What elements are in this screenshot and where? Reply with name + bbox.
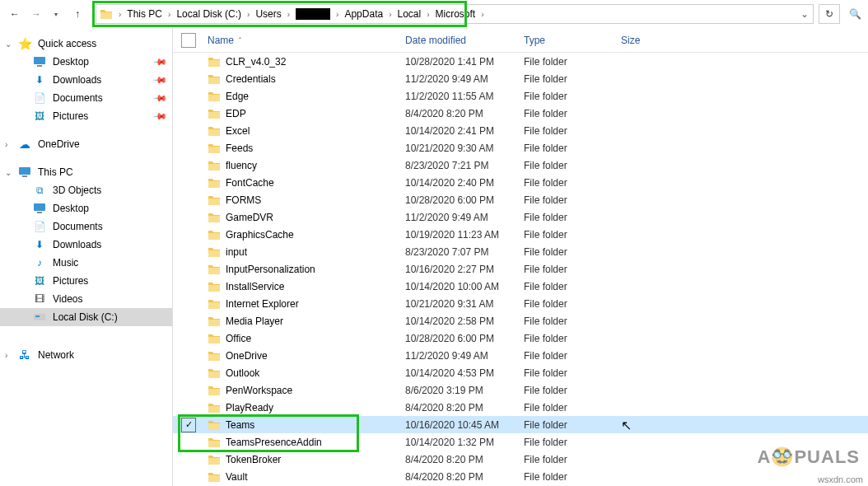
row-checkbox[interactable] xyxy=(181,89,196,104)
sidebar-item[interactable]: ⬇Downloads📌 xyxy=(0,71,172,89)
crumb-this-pc[interactable]: This PC xyxy=(124,5,166,23)
table-row[interactable]: FontCache10/14/2020 2:40 PMFile folder xyxy=(173,174,868,191)
header-name[interactable]: Name ˆ xyxy=(208,35,405,46)
table-row[interactable]: input8/23/2020 7:07 PMFile folder xyxy=(173,243,868,260)
row-checkbox[interactable]: ✓ xyxy=(181,418,196,432)
row-checkbox[interactable] xyxy=(181,383,196,398)
row-checkbox[interactable] xyxy=(181,210,196,225)
history-dropdown[interactable]: ▾ xyxy=(46,4,66,24)
table-row[interactable]: PlayReady8/4/2020 8:20 PMFile folder xyxy=(173,399,868,416)
file-type: File folder xyxy=(524,91,621,102)
crumb-users[interactable]: Users xyxy=(252,5,284,23)
row-checkbox[interactable] xyxy=(181,348,196,363)
header-type[interactable]: Type xyxy=(524,35,621,46)
sidebar-item[interactable]: 🖼Pictures xyxy=(0,272,172,290)
row-checkbox[interactable] xyxy=(181,54,196,69)
crumb-local-disk[interactable]: Local Disk (C:) xyxy=(173,5,245,23)
row-checkbox[interactable] xyxy=(181,124,196,138)
sidebar-item[interactable]: Desktop xyxy=(0,199,172,217)
table-row[interactable]: GraphicsCache10/19/2020 11:23 AMFile fol… xyxy=(173,226,868,243)
row-checkbox[interactable] xyxy=(181,158,196,173)
sidebar-quick-access[interactable]: ⌄ ⭐ Quick access xyxy=(0,35,172,53)
table-row[interactable]: FORMS10/28/2020 6:00 PMFile folder xyxy=(173,191,868,208)
back-button[interactable]: ← xyxy=(5,4,25,24)
table-row[interactable]: ✓Teams10/16/2020 10:45 AMFile folder xyxy=(173,416,868,433)
table-row[interactable]: Media Player10/14/2020 2:58 PMFile folde… xyxy=(173,312,868,329)
select-all-checkbox[interactable] xyxy=(181,33,196,48)
sidebar-item[interactable]: 🖼Pictures📌 xyxy=(0,107,172,125)
table-row[interactable]: InstallService10/14/2020 10:00 AMFile fo… xyxy=(173,278,868,295)
sidebar-item[interactable]: ⧉3D Objects xyxy=(0,181,172,199)
file-name: PenWorkspace xyxy=(226,385,292,396)
folder-icon xyxy=(208,160,221,171)
forward-button[interactable]: → xyxy=(26,4,46,24)
row-checkbox[interactable] xyxy=(181,400,196,415)
table-row[interactable]: Credentials11/2/2020 9:49 AMFile folder xyxy=(173,70,868,87)
table-row[interactable]: fluency8/23/2020 7:21 PMFile folder xyxy=(173,157,868,174)
table-row[interactable]: Vault8/4/2020 8:20 PMFile folder xyxy=(173,468,868,485)
file-type: File folder xyxy=(524,143,621,154)
table-row[interactable]: Edge11/2/2020 11:55 AMFile folder xyxy=(173,87,868,105)
table-row[interactable]: Excel10/14/2020 2:41 PMFile folder xyxy=(173,122,868,139)
header-size[interactable]: Size xyxy=(621,35,687,46)
table-row[interactable]: Internet Explorer10/21/2020 9:31 AMFile … xyxy=(173,295,868,312)
sidebar-item[interactable]: ⬇Downloads xyxy=(0,236,172,254)
sidebar-item[interactable]: 🎞Videos xyxy=(0,290,172,308)
table-row[interactable]: InputPersonalization10/16/2020 2:27 PMFi… xyxy=(173,260,868,278)
row-checkbox[interactable] xyxy=(181,366,196,381)
crumb-redacted[interactable] xyxy=(292,5,334,23)
header-date[interactable]: Date modified xyxy=(405,35,524,46)
row-checkbox[interactable] xyxy=(181,175,196,190)
table-row[interactable]: Outlook10/14/2020 4:53 PMFile folder xyxy=(173,364,868,381)
row-checkbox[interactable] xyxy=(181,262,196,277)
file-date: 11/2/2020 9:49 AM xyxy=(405,350,524,362)
file-type: File folder xyxy=(524,350,621,362)
file-list[interactable]: Name ˆ Date modified Type Size CLR_v4.0_… xyxy=(173,28,868,485)
row-checkbox[interactable] xyxy=(181,72,196,86)
sidebar-item[interactable]: 📄Documents xyxy=(0,217,172,236)
row-checkbox[interactable] xyxy=(181,245,196,259)
table-row[interactable]: Feeds10/21/2020 9:30 AMFile folder xyxy=(173,139,868,157)
file-name: GraphicsCache xyxy=(226,229,294,241)
row-checkbox[interactable] xyxy=(181,193,196,208)
file-date: 8/23/2020 7:21 PM xyxy=(405,160,524,171)
sidebar-item[interactable]: 📄Documents📌 xyxy=(0,89,172,107)
table-row[interactable]: CLR_v4.0_3210/28/2020 1:41 PMFile folder xyxy=(173,53,868,70)
row-checkbox[interactable] xyxy=(181,331,196,346)
up-button[interactable]: ↑ xyxy=(68,4,87,24)
crumb-microsoft[interactable]: Microsoft xyxy=(432,5,479,23)
table-row[interactable]: Office10/28/2020 6:00 PMFile folder xyxy=(173,329,868,347)
crumb-local[interactable]: Local xyxy=(394,5,424,23)
nav-pane: ⌄ ⭐ Quick access Desktop📌⬇Downloads📌📄Doc… xyxy=(0,28,173,486)
sidebar-onedrive[interactable]: › ☁ OneDrive xyxy=(0,135,172,153)
crumb-appdata[interactable]: AppData xyxy=(341,5,386,23)
row-checkbox[interactable] xyxy=(181,452,196,467)
row-checkbox[interactable] xyxy=(181,106,196,121)
row-checkbox[interactable] xyxy=(181,279,196,294)
sidebar-item[interactable]: ♪Music xyxy=(0,254,172,272)
row-checkbox[interactable] xyxy=(181,314,196,329)
row-checkbox[interactable] xyxy=(181,141,196,156)
refresh-button[interactable]: ↻ xyxy=(819,4,840,24)
table-row[interactable]: PenWorkspace8/6/2020 3:19 PMFile folder xyxy=(173,381,868,399)
sidebar-this-pc[interactable]: ⌄ This PC xyxy=(0,163,172,181)
sort-indicator: ˆ xyxy=(239,36,241,44)
file-name: Outlook xyxy=(226,367,259,379)
sidebar-item[interactable]: Local Disk (C:) xyxy=(0,308,172,326)
table-row[interactable]: EDP8/4/2020 8:20 PMFile folder xyxy=(173,105,868,122)
file-date: 10/28/2020 1:41 PM xyxy=(405,56,524,68)
row-checkbox[interactable] xyxy=(181,435,196,450)
table-row[interactable]: GameDVR11/2/2020 9:49 AMFile folder xyxy=(173,208,868,226)
file-type: File folder xyxy=(524,419,621,431)
row-checkbox[interactable] xyxy=(181,227,196,242)
table-row[interactable]: OneDrive11/2/2020 9:49 AMFile folder xyxy=(173,347,868,364)
row-checkbox[interactable] xyxy=(181,297,196,311)
row-checkbox[interactable] xyxy=(181,470,196,484)
address-bar[interactable]: › This PC› Local Disk (C:)› Users› › App… xyxy=(96,4,814,24)
search-button[interactable]: 🔍 xyxy=(847,4,863,24)
address-dropdown[interactable]: ⌄ xyxy=(796,8,813,20)
sidebar-network[interactable]: › 🖧 Network xyxy=(0,346,172,364)
sidebar-item[interactable]: Desktop📌 xyxy=(0,53,172,71)
file-type: File folder xyxy=(524,194,621,206)
folder-icon xyxy=(208,212,221,223)
